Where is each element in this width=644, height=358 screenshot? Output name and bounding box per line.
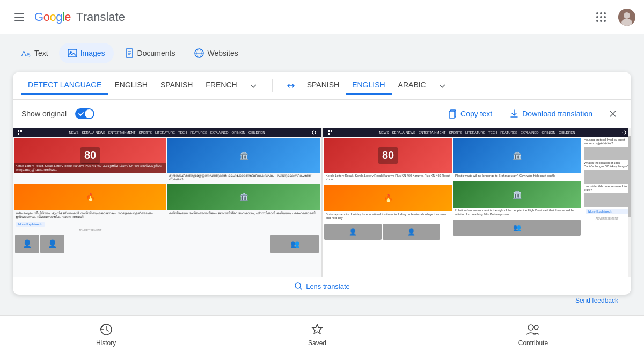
news-item: 80 Kerala Lottery Result, Kerala Lottery… bbox=[14, 138, 166, 182]
svg-rect-15 bbox=[449, 111, 455, 118]
tab-websites[interactable]: Websites bbox=[186, 43, 246, 63]
target-lang-expand[interactable] bbox=[433, 76, 452, 96]
tab-text[interactable]: Aあ Text bbox=[13, 43, 57, 63]
nav-saved[interactable]: Saved bbox=[295, 320, 339, 354]
history-icon bbox=[99, 322, 114, 337]
news-title-fire-right: Brahmapuram fire: Holiday for educationa… bbox=[324, 211, 452, 221]
target-pane[interactable]: NEWS KERALA-NEWS ENTERTAINMENT SPORTS LI… bbox=[323, 128, 631, 277]
source-lang-english[interactable]: ENGLISH bbox=[108, 76, 153, 95]
download-icon bbox=[509, 109, 519, 119]
source-lang-spanish[interactable]: SPANISH bbox=[154, 76, 199, 95]
send-feedback-link[interactable]: Send feedback bbox=[13, 295, 631, 306]
nav-saved-label: Saved bbox=[308, 339, 326, 347]
mode-tabs: Aあ Text Images bbox=[13, 43, 631, 63]
tab-images-label: Images bbox=[80, 49, 105, 57]
show-original-label: Show original bbox=[21, 109, 67, 118]
news-title-pollution-right: Pollution-free environment is the right … bbox=[453, 208, 581, 217]
target-lang-english[interactable]: ENGLISH bbox=[346, 76, 391, 95]
download-button[interactable]: Download translation bbox=[503, 105, 599, 123]
ad-label-right: ADVERTISEMENT bbox=[584, 216, 630, 221]
hamburger-icon bbox=[14, 13, 24, 21]
nav-contribute-label: Contribute bbox=[518, 339, 548, 347]
lens-icon bbox=[294, 282, 303, 290]
svg-point-31 bbox=[528, 325, 533, 330]
source-lang-expand[interactable] bbox=[244, 76, 263, 96]
image-icon bbox=[68, 48, 77, 58]
svg-rect-19 bbox=[18, 133, 19, 135]
globe-icon bbox=[194, 48, 204, 58]
svg-line-28 bbox=[300, 288, 302, 289]
swap-languages-button[interactable] bbox=[281, 76, 301, 96]
logo-g2: g bbox=[56, 10, 62, 24]
svg-line-26 bbox=[625, 134, 626, 135]
svg-marker-30 bbox=[312, 324, 322, 334]
close-button[interactable] bbox=[603, 104, 623, 123]
svg-point-1 bbox=[624, 12, 630, 19]
lens-translate-bar[interactable]: Lens translate bbox=[13, 277, 631, 295]
news-item: 🏛️ മുന്‍സിഫ് മജിസ്ട്രേറ്റ് ഇനി ഡിജിറ്റലി… bbox=[167, 138, 320, 182]
language-bar: DETECT LANGUAGE ENGLISH SPANISH FRENCH S… bbox=[13, 72, 631, 100]
target-lang-arabic[interactable]: ARABIC bbox=[392, 76, 433, 95]
svg-rect-23 bbox=[331, 130, 332, 132]
grid-icon bbox=[596, 12, 606, 22]
source-pane[interactable]: NEWS KERALA-NEWS ENTERTAINMENT SPORTS LI… bbox=[13, 128, 321, 277]
tab-images[interactable]: Images bbox=[59, 43, 114, 63]
check-icon bbox=[78, 111, 84, 117]
news-title-lottery-right: Kerala Lottery Result, Kerala Lottery Re… bbox=[324, 173, 452, 182]
news-header-left: NEWS KERALA-NEWS ENTERTAINMENT SPORTS LI… bbox=[13, 128, 321, 137]
avatar-image bbox=[618, 9, 635, 26]
source-lang-french[interactable]: FRENCH bbox=[199, 76, 243, 95]
scrollbar-thumb bbox=[628, 136, 631, 217]
story-whiskey: What is the location of Jack Danie's Fun… bbox=[584, 161, 630, 169]
source-lang-detect[interactable]: DETECT LANGUAGE bbox=[21, 76, 108, 95]
svg-text:A: A bbox=[21, 49, 26, 57]
svg-line-21 bbox=[315, 134, 316, 135]
news-title-lottery-left: Kerala Lottery Result, Kerala Lottery Re… bbox=[16, 164, 165, 172]
story-housing: Housing protocol lived by guest workers:… bbox=[584, 138, 630, 145]
main-content: Aあ Text Images bbox=[0, 34, 644, 315]
translation-toolbar: Show original Copy text bbox=[13, 100, 631, 128]
star-icon bbox=[310, 322, 325, 337]
source-news-site: NEWS KERALA-NEWS ENTERTAINMENT SPORTS LI… bbox=[13, 128, 321, 255]
target-lang-spanish[interactable]: SPANISH bbox=[301, 76, 346, 95]
user-avatar[interactable] bbox=[618, 9, 635, 26]
news-title-plastic-right: 'Plastic waste will no longer go to Brah… bbox=[453, 173, 581, 179]
tab-text-label: Text bbox=[34, 49, 48, 57]
contribute-icon bbox=[525, 322, 540, 337]
tab-documents[interactable]: Documents bbox=[116, 43, 184, 63]
copy-icon bbox=[448, 109, 457, 119]
story-landslide: Landslide: Who was removed from state? bbox=[584, 185, 630, 192]
nav-contribute[interactable]: Contribute bbox=[506, 320, 561, 354]
target-content: NEWS KERALA-NEWS ENTERTAINMENT SPORTS LI… bbox=[323, 128, 631, 277]
news-item: 🔥 ബ്രഹ്മപുരം തീപ്പിടിത്തം: ഭൂഗർഭ ജ്വാലകൾ… bbox=[14, 184, 166, 232]
target-news-site: NEWS KERALA-NEWS ENTERTAINMENT SPORTS LI… bbox=[323, 128, 631, 241]
nav-history[interactable]: History bbox=[83, 320, 129, 354]
menu-button[interactable] bbox=[9, 6, 30, 28]
show-original-toggle[interactable] bbox=[75, 108, 94, 119]
news-title-fire-left: ബ്രഹ്മപുരം തീപ്പിടിത്തം: ഭൂഗർഭ ജ്വാലകൾ; … bbox=[14, 210, 166, 220]
copy-text-button[interactable]: Copy text bbox=[441, 105, 499, 123]
google-apps-button[interactable] bbox=[590, 6, 612, 28]
svg-rect-18 bbox=[20, 130, 22, 132]
tab-websites-label: Websites bbox=[207, 49, 238, 57]
nav-history-label: History bbox=[96, 339, 116, 347]
download-label: Download translation bbox=[522, 109, 592, 118]
copy-text-label: Copy text bbox=[460, 109, 492, 118]
app-logo: Google Translate bbox=[34, 10, 125, 24]
more-explained-right[interactable]: More Explained › bbox=[586, 209, 628, 214]
svg-point-32 bbox=[534, 325, 538, 330]
svg-rect-17 bbox=[18, 130, 19, 132]
scrollbar[interactable] bbox=[628, 128, 631, 277]
tab-documents-label: Documents bbox=[137, 49, 175, 57]
ad-label-left: ADVERTISEMENT bbox=[14, 228, 166, 232]
close-icon bbox=[608, 109, 618, 119]
logo-g: G bbox=[34, 10, 43, 24]
more-explained-left[interactable]: More Explained › bbox=[16, 222, 45, 227]
svg-rect-22 bbox=[328, 130, 330, 132]
bottom-navigation: History Saved Contribute bbox=[0, 315, 644, 358]
news-item: 🏛️ മലിനീകരണ രഹിത അന്തരീക്ഷം ജനത്തിൻ്റെ അ… bbox=[167, 184, 320, 232]
svg-rect-24 bbox=[328, 133, 330, 135]
logo-translate: Translate bbox=[76, 10, 125, 24]
translation-content: NEWS KERALA-NEWS ENTERTAINMENT SPORTS LI… bbox=[13, 128, 631, 277]
lens-translate-label: Lens translate bbox=[306, 282, 350, 290]
